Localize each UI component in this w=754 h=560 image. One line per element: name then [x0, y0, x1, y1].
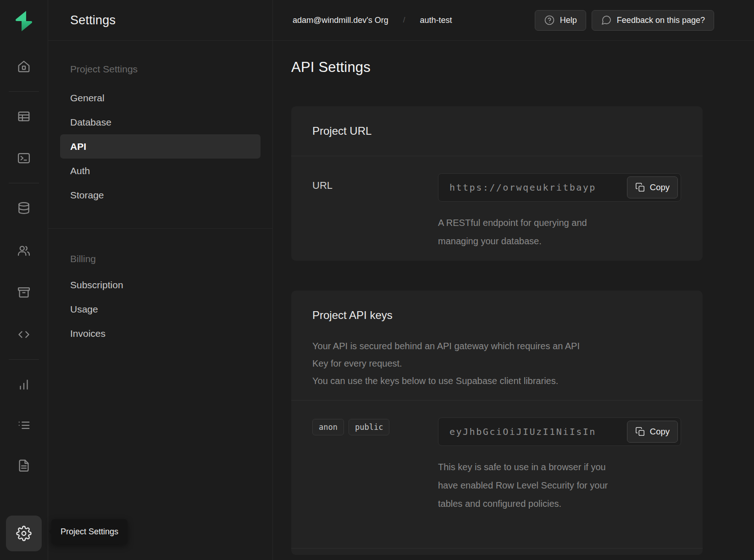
rail-item-home[interactable] — [14, 57, 33, 76]
rail-item-project-settings[interactable] — [6, 516, 42, 551]
project-url-value: https://orwqeukritbayp — [449, 182, 596, 193]
anon-key-description-line: tables and configured policies. — [438, 494, 682, 513]
bar-chart-icon — [17, 378, 31, 391]
rail-item-auth[interactable] — [14, 241, 33, 260]
sidebar-item-api[interactable]: API — [60, 134, 261, 159]
badge-public: public — [349, 419, 389, 435]
settings-sidebar-body: Project Settings General Database API Au… — [48, 41, 272, 346]
anon-key-label-column: anon public — [312, 417, 438, 513]
rail-item-logs[interactable] — [14, 416, 33, 435]
section-billing: Billing Subscription Usage Invoices — [60, 253, 261, 346]
anon-key-description: This key is safe to use in a browser if … — [438, 458, 682, 513]
sidebar-item-storage[interactable]: Storage — [60, 183, 261, 207]
sql-editor-terminal-icon — [17, 151, 31, 165]
url-content-column: https://orwqeukritbayp Copy A RESTful en… — [438, 173, 682, 250]
anon-key-input[interactable]: eyJhbGciOiJIUzI1NiIsIn Copy — [438, 417, 681, 446]
rail-item-table-editor[interactable] — [14, 107, 33, 126]
breadcrumb: adam@windmill.dev's Org / auth-test — [293, 16, 452, 25]
section-label-project-settings: Project Settings — [60, 64, 261, 75]
project-url-card-header: Project URL — [291, 106, 703, 156]
help-button[interactable]: Help — [535, 10, 586, 31]
copy-url-label: Copy — [650, 182, 670, 192]
copy-icon — [635, 427, 645, 437]
anon-key-description-line: have enabled Row Level Security for your — [438, 476, 682, 494]
top-bar-actions: Help Feedback on this page? — [535, 10, 714, 31]
feedback-button[interactable]: Feedback on this page? — [592, 10, 714, 31]
rail-divider — [9, 359, 39, 360]
api-keys-description-line: Your API is secured behind an API gatewa… — [312, 337, 682, 355]
settings-sidebar: Settings Project Settings General Databa… — [48, 0, 273, 560]
rail-item-database[interactable] — [14, 198, 33, 218]
copy-icon — [635, 182, 645, 192]
sidebar-item-subscription[interactable]: Subscription — [60, 273, 261, 297]
help-circle-icon — [544, 15, 555, 26]
url-row: URL https://orwqeukritbayp Copy — [291, 156, 703, 261]
next-row-stub — [291, 549, 703, 555]
anon-key-value: eyJhbGciOiJIUzI1NiIsIn — [449, 426, 596, 437]
url-label-column: URL — [312, 173, 438, 250]
project-url-input[interactable]: https://orwqeukritbayp Copy — [438, 173, 681, 202]
rail-item-reports[interactable] — [14, 375, 33, 394]
sidebar-item-usage[interactable]: Usage — [60, 297, 261, 321]
auth-users-icon — [17, 244, 31, 258]
breadcrumb-org[interactable]: adam@windmill.dev's Org — [293, 16, 388, 25]
nav-rail — [0, 0, 48, 560]
file-text-icon — [17, 459, 31, 472]
project-api-keys-card: Project API keys Your API is secured beh… — [291, 291, 703, 555]
message-bubble-icon — [601, 15, 612, 26]
section-project-settings: Project Settings General Database API Au… — [60, 64, 261, 207]
rail-item-edge-functions[interactable] — [14, 325, 33, 344]
breadcrumb-separator: / — [403, 16, 405, 25]
url-description-line: managing your database. — [438, 232, 682, 250]
anon-key-row: anon public eyJhbGciOiJIUzI1NiIsIn — [291, 401, 703, 548]
anon-key-description-line: This key is safe to use in a browser if … — [438, 458, 682, 476]
tooltip-text: Project Settings — [61, 527, 118, 537]
api-keys-description-line: Key for every request. — [312, 355, 682, 372]
project-url-card-title: Project URL — [312, 125, 682, 137]
supabase-logo[interactable] — [12, 9, 36, 33]
copy-url-button[interactable]: Copy — [627, 176, 678, 198]
table-editor-icon — [17, 110, 31, 123]
api-keys-card-title: Project API keys — [312, 309, 682, 322]
rail-item-api-docs[interactable] — [14, 456, 33, 475]
rail-item-storage[interactable] — [14, 283, 33, 302]
project-url-card: Project URL URL https://orwqeukritbayp — [291, 106, 703, 261]
copy-anon-key-button[interactable]: Copy — [627, 421, 678, 443]
logs-list-icon — [17, 418, 31, 432]
anon-key-badges: anon public — [312, 417, 438, 435]
storage-archive-icon — [17, 285, 31, 299]
gear-icon — [16, 526, 32, 541]
url-description-line: A RESTful endpoint for querying and — [438, 214, 682, 232]
breadcrumb-project[interactable]: auth-test — [420, 16, 452, 25]
feedback-button-label: Feedback on this page? — [617, 16, 705, 25]
section-label-billing: Billing — [60, 253, 261, 264]
help-button-label: Help — [560, 16, 577, 25]
main-content: API Settings Project URL URL https://orw… — [273, 41, 754, 555]
sidebar-item-invoices[interactable]: Invoices — [60, 321, 261, 346]
main-panel: adam@windmill.dev's Org / auth-test Help — [273, 0, 754, 560]
badge-anon: anon — [312, 419, 344, 435]
app-root: Settings Project Settings General Databa… — [0, 0, 754, 560]
api-keys-description-line: You can use the keys below to use Supaba… — [312, 372, 682, 390]
api-keys-card-header: Project API keys Your API is secured beh… — [291, 291, 703, 401]
sidebar-item-database[interactable]: Database — [60, 110, 261, 134]
tooltip-project-settings: Project Settings — [51, 519, 128, 544]
sidebar-item-general[interactable]: General — [60, 86, 261, 110]
top-bar: adam@windmill.dev's Org / auth-test Help — [273, 0, 754, 41]
database-icon — [17, 201, 31, 215]
url-description: A RESTful endpoint for querying and mana… — [438, 214, 682, 250]
supabase-bolt-icon — [12, 9, 36, 33]
code-brackets-icon — [17, 328, 31, 341]
settings-sidebar-header: Settings — [48, 0, 272, 41]
copy-anon-key-label: Copy — [650, 427, 670, 437]
home-icon — [17, 60, 31, 73]
url-label: URL — [312, 173, 333, 192]
page-title: API Settings — [291, 59, 703, 76]
sidebar-title: Settings — [70, 13, 116, 27]
rail-item-sql-editor[interactable] — [14, 148, 33, 168]
sidebar-item-auth[interactable]: Auth — [60, 159, 261, 183]
rail-divider — [9, 183, 39, 183]
rail-divider — [9, 91, 39, 92]
api-keys-card-description: Your API is secured behind an API gatewa… — [312, 337, 682, 390]
sidebar-divider — [48, 228, 272, 229]
